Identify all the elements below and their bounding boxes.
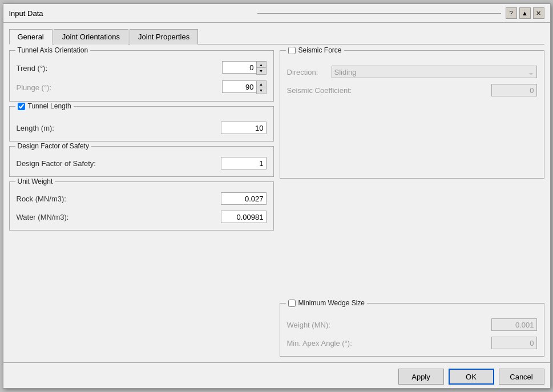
tunnel-length-checkbox-row: Tunnel Length: [18, 102, 71, 110]
unit-weight-group: Unit Weight Rock (MN/m3): Water (MN/m3):: [9, 181, 274, 231]
close-button[interactable]: ✕: [533, 7, 544, 19]
trend-spin-down[interactable]: ▼: [257, 68, 266, 74]
fos-row: Design Factor of Safety:: [17, 157, 267, 169]
plunge-spin-buttons: ▲ ▼: [256, 80, 267, 94]
cancel-button[interactable]: Cancel: [499, 369, 544, 385]
main-area: Tunnel Axis Orientation Trend (°): ▲ ▼ P: [9, 50, 544, 357]
minimize-button[interactable]: ▲: [519, 7, 531, 19]
plunge-label: Plunge (°):: [17, 83, 222, 92]
trend-spin-buttons: ▲ ▼: [256, 61, 267, 75]
rock-row: Rock (MN/m3):: [17, 192, 267, 205]
weight-label: Weight (MN):: [287, 321, 491, 329]
seismic-checkbox-row: Seismic Force: [288, 46, 342, 54]
tunnel-axis-group: Tunnel Axis Orientation Trend (°): ▲ ▼ P: [9, 50, 274, 102]
tunnel-length-group: Tunnel Length Length (m):: [9, 106, 274, 142]
tab-bar: General Joint Orientations Joint Propert…: [9, 29, 544, 45]
design-fos-group: Design Factor of Safety Design Factor of…: [9, 146, 274, 177]
trend-label: Trend (°):: [17, 64, 222, 72]
tab-joint-orientations[interactable]: Joint Orientations: [54, 29, 128, 45]
trend-row: Trend (°): ▲ ▼: [17, 61, 267, 75]
direction-label: Direction:: [287, 68, 327, 76]
fos-label: Design Factor of Safety:: [17, 159, 221, 168]
title-line: [257, 13, 501, 14]
plunge-input[interactable]: [222, 80, 256, 93]
plunge-spin-down[interactable]: ▼: [257, 87, 266, 94]
right-panel: Seismic Force Direction: Sliding ⌄ Seism…: [280, 50, 544, 357]
tab-joint-properties[interactable]: Joint Properties: [130, 29, 198, 45]
minimum-wedge-title-wrapper: Minimum Wedge Size: [286, 299, 367, 307]
direction-row: Direction: Sliding ⌄: [287, 66, 537, 78]
plunge-spinner: ▲ ▼: [222, 80, 267, 94]
water-label: Water (MN/m3):: [17, 213, 221, 221]
seismic-coeff-label: Seismic Coefficient:: [287, 86, 491, 95]
design-fos-title: Design Factor of Safety: [15, 142, 91, 150]
plunge-spin-up[interactable]: ▲: [257, 81, 266, 87]
minimum-wedge-group: Minimum Wedge Size Weight (MN): Min. Ape…: [280, 303, 544, 357]
water-input[interactable]: [221, 211, 267, 223]
seismic-title: Seismic Force: [298, 46, 342, 54]
length-input[interactable]: [221, 122, 267, 134]
right-spacer: [280, 183, 544, 299]
rock-input[interactable]: [221, 192, 267, 205]
length-row: Length (m):: [17, 122, 267, 134]
trend-spin-up[interactable]: ▲: [257, 62, 266, 68]
ok-button[interactable]: OK: [449, 369, 494, 385]
help-button[interactable]: ?: [506, 7, 517, 19]
apex-input[interactable]: [491, 337, 537, 349]
tunnel-length-checkbox[interactable]: [18, 103, 25, 110]
seismic-title-wrapper: Seismic Force: [286, 46, 344, 54]
minimum-wedge-checkbox-row: Minimum Wedge Size: [288, 299, 365, 307]
length-label: Length (m):: [17, 124, 221, 132]
seismic-group: Seismic Force Direction: Sliding ⌄ Seism…: [280, 50, 544, 179]
fos-input[interactable]: [221, 157, 267, 169]
minimum-wedge-title: Minimum Wedge Size: [298, 299, 365, 307]
tunnel-length-title-wrapper: Tunnel Length: [15, 102, 74, 110]
weight-input[interactable]: [491, 318, 537, 331]
plunge-row: Plunge (°): ▲ ▼: [17, 80, 267, 94]
minimum-wedge-checkbox[interactable]: [288, 300, 296, 307]
apex-row: Min. Apex Angle (°):: [287, 337, 537, 349]
rock-label: Rock (MN/m3):: [17, 195, 221, 203]
seismic-checkbox[interactable]: [288, 47, 296, 54]
title-bar: Input Data ? ▲ ✕: [3, 4, 550, 23]
weight-row: Weight (MN):: [287, 318, 537, 331]
trend-spinner: ▲ ▼: [222, 61, 267, 75]
tunnel-length-label: Tunnel Length: [28, 102, 71, 110]
title-controls: ? ▲ ✕: [506, 7, 544, 19]
direction-select[interactable]: Sliding ⌄: [332, 66, 537, 78]
dialog-title: Input Data: [9, 9, 253, 18]
water-row: Water (MN/m3):: [17, 211, 267, 223]
seismic-coeff-input[interactable]: [491, 84, 537, 96]
button-bar: Apply OK Cancel: [3, 362, 550, 388]
apply-button[interactable]: Apply: [398, 369, 444, 385]
unit-weight-title: Unit Weight: [15, 177, 55, 185]
tunnel-axis-title: Tunnel Axis Orientation: [15, 46, 91, 54]
tab-general[interactable]: General: [9, 29, 53, 45]
trend-input[interactable]: [222, 61, 256, 74]
seismic-coeff-row: Seismic Coefficient:: [287, 84, 537, 96]
direction-chevron: ⌄: [528, 68, 534, 76]
dialog-window: Input Data ? ▲ ✕ General Joint Orientati…: [3, 3, 551, 389]
dialog-content: General Joint Orientations Joint Propert…: [3, 23, 550, 362]
apex-label: Min. Apex Angle (°):: [287, 339, 491, 347]
direction-value: Sliding: [334, 68, 357, 76]
left-panel: Tunnel Axis Orientation Trend (°): ▲ ▼ P: [9, 50, 274, 357]
